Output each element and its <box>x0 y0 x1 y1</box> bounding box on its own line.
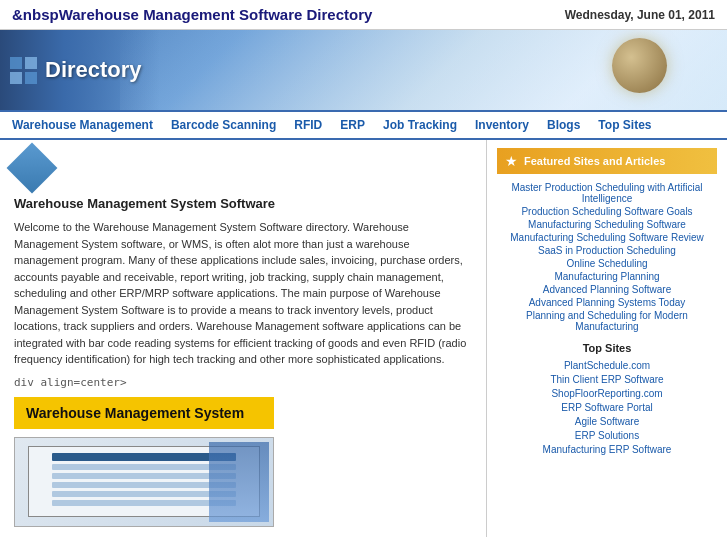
featured-link-item[interactable]: SaaS in Production Scheduling <box>497 245 717 256</box>
featured-header: ★ Featured Sites and Articles <box>497 148 717 174</box>
nav-bar: Warehouse Management Barcode Scanning RF… <box>0 110 727 140</box>
featured-link-item[interactable]: Manufacturing Planning <box>497 271 717 282</box>
site-title: &nbspWarehouse Management Software Direc… <box>12 6 372 23</box>
top-site-link-item[interactable]: Agile Software <box>497 416 717 427</box>
code-text: div align=center> <box>14 376 472 389</box>
top-sites-links: PlantSchedule.comThin Client ERP Softwar… <box>497 360 717 455</box>
sq1 <box>10 57 22 69</box>
nav-item-rfid[interactable]: RFID <box>294 118 322 132</box>
top-site-link-item[interactable]: ERP Solutions <box>497 430 717 441</box>
wms-screenshot <box>14 437 274 527</box>
banner-squares <box>10 57 37 84</box>
main-content: Warehouse Management System Software Wel… <box>0 140 727 537</box>
wms-right-col <box>209 442 269 522</box>
nav-item-blogs[interactable]: Blogs <box>547 118 580 132</box>
top-site-link-item[interactable]: Manufacturing ERP Software <box>497 444 717 455</box>
wms-promo: Warehouse Management System <box>14 397 274 429</box>
sq3 <box>10 72 22 84</box>
top-site-link-item[interactable]: ERP Software Portal <box>497 402 717 413</box>
featured-links: Master Production Scheduling with Artifi… <box>497 182 717 332</box>
star-icon: ★ <box>505 153 518 169</box>
featured-title: Featured Sites and Articles <box>524 155 665 167</box>
featured-link-item[interactable]: Master Production Scheduling with Artifi… <box>497 182 717 204</box>
left-top-bar <box>14 150 472 186</box>
nav-item-job-tracking[interactable]: Job Tracking <box>383 118 457 132</box>
content-title: Warehouse Management System Software <box>14 196 472 211</box>
top-site-link-item[interactable]: ShopFloorReporting.com <box>497 388 717 399</box>
featured-link-item[interactable]: Planning and Scheduling for Modern Manuf… <box>497 310 717 332</box>
date-display: Wednesday, June 01, 2011 <box>565 8 715 22</box>
sq2 <box>25 57 37 69</box>
featured-link-item[interactable]: Advanced Planning Software <box>497 284 717 295</box>
nav-item-warehouse-management[interactable]: Warehouse Management <box>12 118 153 132</box>
right-panel: ★ Featured Sites and Articles Master Pro… <box>487 140 727 537</box>
diamond-icon <box>7 143 58 194</box>
featured-link-item[interactable]: Advanced Planning Systems Today <box>497 297 717 308</box>
featured-link-item[interactable]: Manufacturing Scheduling Software <box>497 219 717 230</box>
nav-item-top-sites[interactable]: Top Sites <box>598 118 651 132</box>
featured-link-item[interactable]: Online Scheduling <box>497 258 717 269</box>
top-site-link-item[interactable]: PlantSchedule.com <box>497 360 717 371</box>
top-header: &nbspWarehouse Management Software Direc… <box>0 0 727 30</box>
nav-item-barcode-scanning[interactable]: Barcode Scanning <box>171 118 276 132</box>
banner: Directory <box>0 30 727 110</box>
featured-link-item[interactable]: Manufacturing Scheduling Software Review <box>497 232 717 243</box>
nav-item-erp[interactable]: ERP <box>340 118 365 132</box>
featured-link-item[interactable]: Production Scheduling Software Goals <box>497 206 717 217</box>
nav-item-inventory[interactable]: Inventory <box>475 118 529 132</box>
content-text: Welcome to the Warehouse Management Syst… <box>14 219 472 368</box>
banner-planet <box>612 38 667 93</box>
top-site-link-item[interactable]: Thin Client ERP Software <box>497 374 717 385</box>
sq4 <box>25 72 37 84</box>
top-sites-title: Top Sites <box>497 342 717 354</box>
left-panel: Warehouse Management System Software Wel… <box>0 140 487 537</box>
